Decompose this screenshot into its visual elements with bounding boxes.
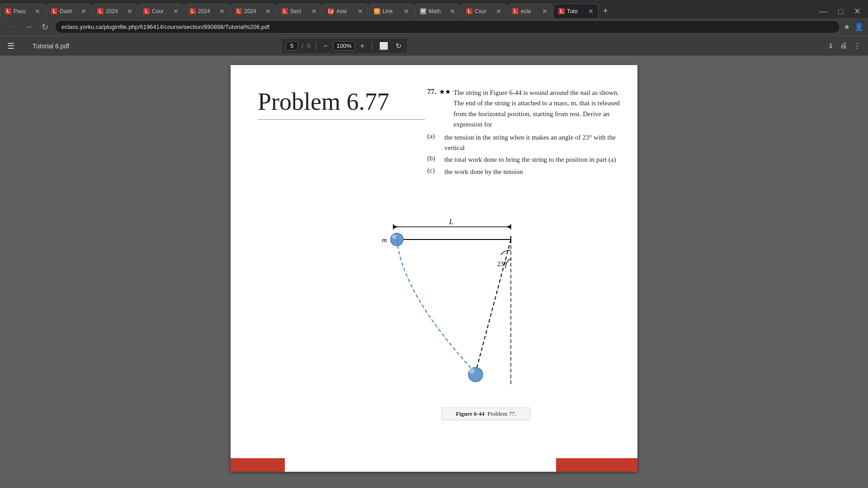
problem-parts: (a) the tension in the string when it ma… [427,132,624,177]
download-icon[interactable]: ⇓ [828,42,834,50]
zoom-out-button[interactable]: − [321,41,329,51]
zoom-in-button[interactable]: + [359,41,366,51]
problem-title: Problem 6.77 [258,88,425,116]
pdf-page-separator: / [302,42,304,49]
more-options-icon[interactable]: ⋮ [854,42,861,50]
pdf-toolbar-right: ⇓ 🖨 ⋮ [828,42,861,50]
tab-label-ecla: ecla [521,8,531,14]
tab-cour[interactable]: L Cour ✕ [138,4,184,18]
svg-point-14 [469,368,475,374]
tab-label-2024a: 2024 [106,8,118,14]
tab-assi[interactable]: Ly Assi ✕ [323,4,368,18]
tab-label-sect: Sect [290,8,301,14]
new-tab-button[interactable]: + [599,4,612,18]
tab-dash[interactable]: L Dash ✕ [46,4,91,18]
tab-favicon-2024a: L [97,8,104,14]
tab-favicon-cour2: L [466,8,472,14]
tab-close-math[interactable]: ✕ [447,8,455,15]
svg-text:m: m [382,236,387,244]
tab-favicon-tuto: L [558,8,565,14]
tab-label-math: Math [429,8,441,14]
part-a: (a) the tension in the string when it ma… [427,132,624,153]
figure-caption: Figure 6-44 Problem 77. [366,408,606,420]
tab-close-ecla[interactable]: ✕ [539,8,547,15]
divider2 [372,42,372,51]
tab-cour2[interactable]: L Cour ✕ [461,4,506,18]
close-window-button[interactable]: ✕ [851,5,863,18]
tab-pass[interactable]: L Pass ✕ [0,4,45,18]
problem-title-underline [258,119,425,120]
tab-2024a[interactable]: L 2024 ✕ [92,4,137,18]
tab-math[interactable]: M Math ✕ [415,4,460,18]
part-c-text: the work done by the tension [444,167,523,177]
tab-label-2024b: 2024 [198,8,210,14]
tab-bar: L Pass ✕ L Dash ✕ L 2024 ✕ L Cour ✕ L 20… [0,0,868,18]
tab-close-2024b[interactable]: ✕ [217,8,225,15]
url-bar[interactable]: eclass.yorku.ca/pluginfile.php/6196414/c… [55,20,840,33]
tab-favicon-math: M [420,8,426,14]
profile-icon[interactable]: 👤 [854,23,863,31]
divider [316,42,316,51]
reload-button[interactable]: ↻ [39,20,51,34]
part-a-text: the tension in the string when it makes … [444,132,624,153]
problem-stars: ★★ [439,88,451,130]
pdf-page: Problem 6.77 77. ★★ The string in Figure… [231,65,637,472]
problem-intro: The string in Figure 6-44 is wound aroun… [453,88,624,130]
tab-label-assi: Assi [336,8,347,14]
address-icons: ★ 👤 [844,23,863,31]
tab-close-cour2[interactable]: ✕ [493,8,501,15]
pdf-page-total: 5 [307,42,310,49]
tab-label-line: Line [382,8,393,14]
tab-label-2024c: 2024 [244,8,256,14]
tab-close-sect[interactable]: ✕ [309,8,317,15]
pdf-zoom-input[interactable] [333,41,355,51]
print-icon[interactable]: 🖨 [840,42,847,50]
problem-content: 77. ★★ The string in Figure 6-44 is woun… [427,88,624,178]
tab-sect[interactable]: L Sect ✕ [277,4,322,18]
red-strip-left [231,458,285,472]
tab-close-cour[interactable]: ✕ [170,8,179,15]
tab-label-cour: Cour [152,8,164,14]
tab-favicon-2024b: L [189,8,196,14]
maximize-button[interactable]: □ [835,5,846,18]
tab-favicon-assi: Ly [328,8,334,14]
tab-close-line[interactable]: ✕ [401,8,409,15]
part-b-text: the total work done to bring the string … [444,155,616,165]
tab-label-tuto: Tuto [567,8,578,14]
pdf-page-input[interactable] [286,41,298,51]
tab-close-2024a[interactable]: ✕ [124,8,132,15]
tab-favicon-sect: L [282,8,288,14]
part-b: (b) the total work done to bring the str… [427,155,624,165]
pdf-title: Tutorial 6.pdf [33,42,69,50]
tab-close-assi[interactable]: ✕ [355,8,363,15]
part-a-label: (a) [427,132,441,153]
bookmark-icon[interactable]: ★ [844,23,850,31]
address-bar: ← → ↻ eclass.yorku.ca/pluginfile.php/619… [0,18,868,36]
forward-button[interactable]: → [22,20,35,33]
fit-page-button[interactable]: ⬜ [377,41,390,51]
tab-favicon-dash: L [51,8,57,14]
tab-2024b[interactable]: L 2024 ✕ [184,4,230,18]
figure-caption-text: Figure 6-44 Problem 77. [442,408,530,420]
tab-close-dash[interactable]: ✕ [78,8,86,15]
problem-header: 77. ★★ The string in Figure 6-44 is woun… [427,88,624,130]
tab-label-dash: Dash [60,8,72,14]
minimize-button[interactable]: — [816,5,830,18]
tab-close-tuto[interactable]: ✕ [585,8,594,15]
tab-label-pass: Pass [14,8,26,14]
rotate-button[interactable]: ↻ [394,41,403,51]
tab-label-cour2: Cour [475,8,486,14]
tab-close-pass[interactable]: ✕ [32,8,40,15]
red-strip-right [556,458,637,472]
tab-close-2024c[interactable]: ✕ [263,8,271,15]
tab-tuto[interactable]: L Tuto ✕ [553,4,599,18]
pdf-menu-icon[interactable]: ☰ [7,41,14,51]
tab-line[interactable]: O Line ✕ [369,4,414,18]
tab-favicon-line: O [374,8,380,14]
back-button[interactable]: ← [5,20,18,33]
tab-2024c[interactable]: L 2024 ✕ [231,4,276,18]
tab-ecla[interactable]: L ecla ✕ [507,4,552,18]
svg-point-9 [392,235,396,239]
url-text: eclass.yorku.ca/pluginfile.php/6196414/c… [61,23,269,30]
svg-marker-3 [393,225,398,229]
